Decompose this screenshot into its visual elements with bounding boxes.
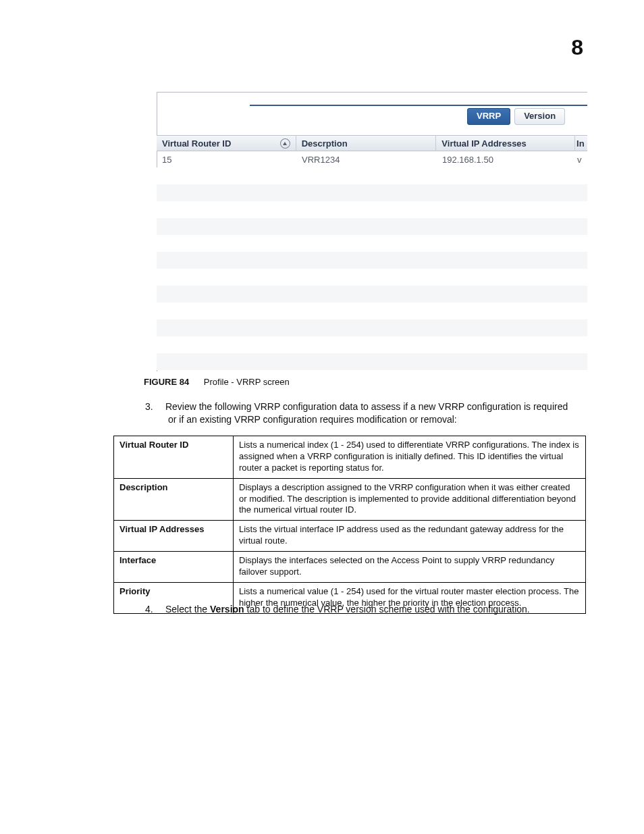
grid-header-row: Virtual Router ID Descrption Virtual IP … [157, 135, 587, 151]
step-4-bold: Version [210, 604, 244, 615]
tab-bar: VRRP Version [467, 108, 565, 125]
grid-data-row[interactable]: 15 VRR1234 192.168.1.50 v [157, 151, 587, 168]
step-3: 3. Review the following VRRP configurati… [145, 400, 584, 426]
term-description: Description [114, 478, 234, 521]
table-row: Description Displays a description assig… [114, 478, 586, 521]
col-header-interface-fragment[interactable]: In [576, 138, 585, 149]
cell-description: VRR1234 [296, 155, 437, 165]
col-header-description[interactable]: Descrption [302, 138, 348, 149]
cell-vip: 192.168.1.50 [437, 155, 576, 165]
table-row: Virtual IP Addresses Lists the virtual i… [114, 521, 586, 552]
tab-vrrp[interactable]: VRRP [467, 108, 510, 125]
table-row: Interface Displays the interfaces select… [114, 552, 586, 583]
cell-interface-fragment: v [576, 155, 587, 165]
defn-description: Displays a description assigned to the V… [234, 478, 586, 521]
defn-interface: Displays the interfaces selected on the … [234, 552, 586, 583]
term-interface: Interface [114, 552, 234, 583]
figure-caption: FIGURE 84 Profile - VRRP screen [144, 377, 290, 387]
chapter-number: 8 [571, 35, 583, 60]
defn-virtual-router-id: Lists a numerical index (1 - 254) used t… [234, 436, 586, 479]
col-header-router-id[interactable]: Virtual Router ID [162, 138, 231, 149]
step-3-number: 3. [145, 400, 163, 413]
table-row: Virtual Router ID Lists a numerical inde… [114, 436, 586, 479]
step-3-text-line2: or if an existing VRRP configuration req… [168, 413, 584, 426]
step-4-suffix: tab to define the VRRP version scheme us… [244, 604, 530, 615]
grid-empty-stripes [157, 167, 587, 370]
figure-caption-text: Profile - VRRP screen [204, 377, 290, 387]
figure-number-label: FIGURE 84 [144, 377, 189, 387]
sort-asc-icon[interactable] [280, 138, 290, 149]
defn-virtual-ip-addresses: Lists the virtual interface IP address u… [234, 521, 586, 552]
step-3-text-line1: Review the following VRRP configuration … [165, 401, 568, 412]
figure-top-divider [250, 105, 587, 106]
term-virtual-ip-addresses: Virtual IP Addresses [114, 521, 234, 552]
term-virtual-router-id: Virtual Router ID [114, 436, 234, 479]
tab-version[interactable]: Version [514, 108, 565, 125]
cell-router-id: 15 [157, 155, 296, 165]
step-4-number: 4. [145, 603, 163, 616]
step-4: 4. Select the Version tab to define the … [145, 603, 584, 616]
field-description-table: Virtual Router ID Lists a numerical inde… [113, 436, 586, 614]
step-4-prefix: Select the [165, 604, 210, 615]
col-header-vip[interactable]: Virtual IP Addresses [441, 138, 527, 149]
